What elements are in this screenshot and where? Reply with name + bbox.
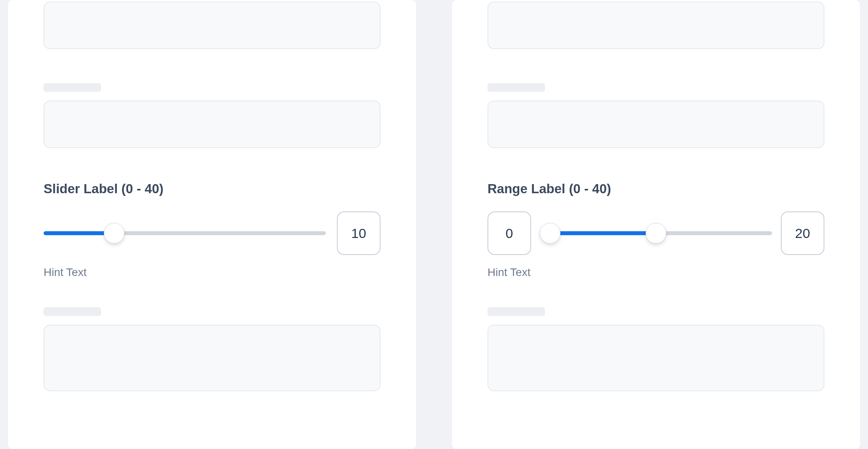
slider-field: Slider Label (0 - 40) 10 Hint Text xyxy=(44,170,380,279)
slider-hint: Hint Text xyxy=(44,266,380,279)
skeleton-input xyxy=(44,325,380,391)
range-low-input[interactable]: 0 xyxy=(488,211,531,255)
skeleton-label xyxy=(44,83,101,92)
placeholder-field-3 xyxy=(44,307,380,391)
range-hint: Hint Text xyxy=(488,266,824,279)
placeholder-field-1 xyxy=(488,0,824,49)
skeleton-input xyxy=(44,101,380,148)
range-track[interactable] xyxy=(540,231,772,235)
skeleton-label xyxy=(488,307,545,316)
range-thumb-high[interactable] xyxy=(646,223,666,244)
placeholder-field-2 xyxy=(44,83,380,148)
range-label: Range Label (0 - 40) xyxy=(488,181,824,196)
component-preview-stage: Slider Label (0 - 40) 10 Hint Text xyxy=(0,0,868,449)
placeholder-field-1 xyxy=(44,0,380,49)
skeleton-input xyxy=(44,2,380,49)
slider-thumb[interactable] xyxy=(104,223,124,244)
skeleton-label xyxy=(44,307,101,316)
range-control-row: 0 20 xyxy=(488,211,824,255)
skeleton-input xyxy=(488,325,824,391)
slider-control-row: 10 xyxy=(44,211,380,255)
range-field: Range Label (0 - 40) 0 20 Hint Text xyxy=(488,170,824,279)
range-thumb-low[interactable] xyxy=(540,223,560,244)
slider-label: Slider Label (0 - 40) xyxy=(44,181,380,196)
slider-track[interactable] xyxy=(44,231,326,235)
skeleton-input xyxy=(488,101,824,148)
slider-value-input[interactable]: 10 xyxy=(337,211,380,255)
preview-card-slider: Slider Label (0 - 40) 10 Hint Text xyxy=(8,0,416,449)
placeholder-field-2 xyxy=(488,83,824,148)
skeleton-input xyxy=(488,2,824,49)
range-high-input[interactable]: 20 xyxy=(781,211,824,255)
placeholder-field-3 xyxy=(488,307,824,391)
preview-card-range: Range Label (0 - 40) 0 20 Hint Text xyxy=(452,0,860,449)
skeleton-label xyxy=(488,83,545,92)
